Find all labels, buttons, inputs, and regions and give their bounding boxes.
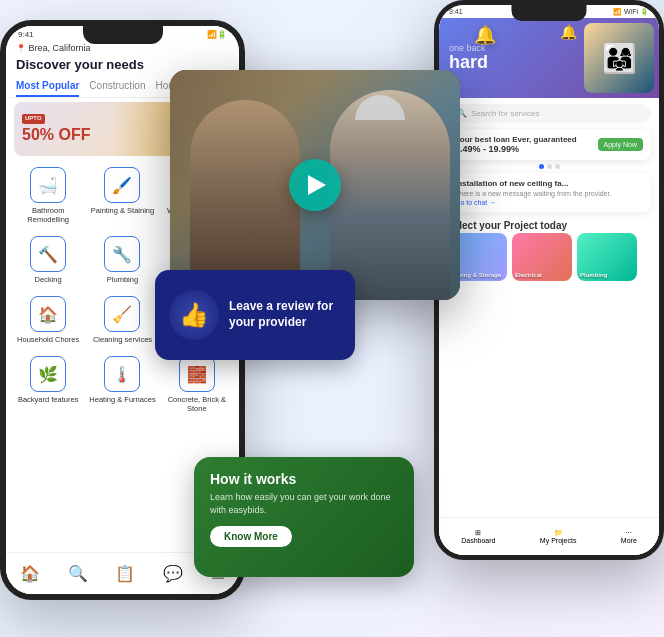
project-label-2: Plumbing: [580, 272, 607, 278]
carousel-dots: [439, 164, 659, 169]
discount-value: 50% OFF: [22, 125, 90, 146]
nav-clipboard[interactable]: 📋: [115, 564, 135, 583]
tab-construction[interactable]: Construction: [89, 76, 145, 97]
loan-card: Your best loan Ever, guaranteed 2.49% - …: [447, 129, 651, 160]
dot-3: [555, 164, 560, 169]
dot-2: [547, 164, 552, 169]
tab-most-popular[interactable]: Most Popular: [16, 76, 79, 97]
select-project-title: Select your Project today: [439, 216, 659, 233]
notification-body: There is a new message waiting from the …: [455, 190, 643, 197]
nav-search[interactable]: 🔍: [68, 564, 88, 583]
service-concrete[interactable]: 🧱 Concrete, Brick & Stone: [161, 351, 233, 418]
more-icon: ⋯: [621, 529, 637, 537]
bathroom-label: Bathroom Remodelling: [15, 206, 81, 224]
loan-rate: 2.49% - 19.99%: [455, 144, 577, 154]
project-electrical[interactable]: Electrical: [512, 233, 572, 281]
thumbs-up-icon: 👍: [169, 290, 219, 340]
service-backyard[interactable]: 🌿 Backyard features: [12, 351, 84, 418]
notification-card: Installation of new ceiling fa... There …: [447, 173, 651, 212]
hero-text: one back hard: [449, 43, 488, 73]
dashboard-icon: ⊞: [461, 529, 495, 537]
decking-label: Decking: [35, 275, 62, 284]
project-plumbing[interactable]: Plumbing: [577, 233, 637, 281]
bathroom-icon: 🛁: [30, 167, 66, 203]
dot-1: [539, 164, 544, 169]
painting-icon: 🖌️: [104, 167, 140, 203]
video-card: [170, 70, 460, 300]
projects-icon: 📁: [540, 529, 577, 537]
service-plumbing[interactable]: 🔧 Plumbing: [86, 231, 158, 289]
nav-more[interactable]: ⋯ More: [621, 529, 637, 544]
status-time-left: 9:41: [18, 30, 34, 39]
know-more-button[interactable]: Know More: [210, 526, 292, 547]
nav-chat[interactable]: 💬: [163, 564, 183, 583]
household-label: Household Chores: [17, 335, 79, 344]
household-icon: 🏠: [30, 296, 66, 332]
plumbing-label: Plumbing: [107, 275, 138, 284]
nav-dashboard[interactable]: ⊞ Dashboard: [461, 529, 495, 544]
cleaning-icon: 🧹: [104, 296, 140, 332]
backyard-icon: 🌿: [30, 356, 66, 392]
heating-label: Heating & Furnaces: [89, 395, 155, 404]
phone-right-screen: 9:41 📶 WiFi 🔋 one back hard 👨‍👩‍👧 🔔 🔍 Se…: [439, 5, 659, 555]
service-painting[interactable]: 🖌️ Painting & Staining: [86, 162, 158, 229]
notification-link[interactable]: Go to chat →: [455, 199, 643, 206]
project-cards-row: Moving & Storage Electrical Plumbing: [439, 233, 659, 281]
bell-emoji: 🔔: [474, 25, 496, 45]
bottom-nav-right: ⊞ Dashboard 📁 My Projects ⋯ More: [439, 517, 659, 555]
how-subtitle: Learn how easily you can get your work d…: [210, 491, 398, 516]
nav-home[interactable]: 🏠: [20, 564, 40, 583]
play-button[interactable]: [289, 159, 341, 211]
heating-icon: 🌡️: [104, 356, 140, 392]
service-decking[interactable]: 🔨 Decking: [12, 231, 84, 289]
review-text: Leave a review for your provider: [229, 299, 341, 330]
discount-text: UPTO 50% OFF: [22, 113, 90, 146]
more-label: More: [621, 537, 637, 544]
service-bathroom[interactable]: 🛁 Bathroom Remodelling: [12, 162, 84, 229]
play-icon: [308, 175, 326, 195]
hero-section: one back hard 👨‍👩‍👧 🔔: [439, 18, 659, 98]
backyard-label: Backyard features: [18, 395, 78, 404]
loan-info: Your best loan Ever, guaranteed 2.49% - …: [455, 135, 577, 154]
phone-right: 9:41 📶 WiFi 🔋 one back hard 👨‍👩‍👧 🔔 🔍 Se…: [434, 0, 664, 560]
location-text: Brea, California: [29, 43, 91, 53]
decking-icon: 🔨: [30, 236, 66, 272]
upto-label: UPTO: [22, 114, 45, 124]
how-title: How it works: [210, 471, 398, 487]
nav-my-projects[interactable]: 📁 My Projects: [540, 529, 577, 544]
apply-now-button[interactable]: Apply Now: [598, 138, 643, 151]
concrete-label: Concrete, Brick & Stone: [164, 395, 230, 413]
project-label-1: Electrical: [515, 272, 542, 278]
projects-label: My Projects: [540, 537, 577, 544]
search-bar-right[interactable]: 🔍 Search for services: [447, 104, 651, 123]
service-heating[interactable]: 🌡️ Heating & Furnaces: [86, 351, 158, 418]
video-background: [170, 70, 460, 300]
service-cleaning[interactable]: 🧹 Cleaning services: [86, 291, 158, 349]
hero-image: 👨‍👩‍👧: [584, 23, 654, 93]
family-icon: 👨‍👩‍👧: [602, 42, 637, 75]
how-it-works-card: How it works Learn how easily you can ge…: [194, 457, 414, 577]
bell-icon: 🔔: [474, 24, 496, 46]
review-card: 👍 Leave a review for your provider: [155, 270, 355, 360]
hero-bell-icon[interactable]: 🔔: [560, 24, 577, 40]
loan-title: Your best loan Ever, guaranteed: [455, 135, 577, 144]
status-icons-left: 📶🔋: [207, 30, 227, 39]
time-right: 9:41: [449, 8, 463, 16]
search-placeholder: Search for services: [471, 109, 539, 118]
painting-label: Painting & Staining: [91, 206, 154, 215]
phone-left-notch: [83, 26, 163, 44]
phone-right-notch: [512, 5, 587, 21]
dashboard-label: Dashboard: [461, 537, 495, 544]
status-icons-right: 📶 WiFi 🔋: [613, 8, 649, 16]
notification-title: Installation of new ceiling fa...: [455, 179, 643, 188]
concrete-icon: 🧱: [179, 356, 215, 392]
service-household[interactable]: 🏠 Household Chores: [12, 291, 84, 349]
plumbing-icon: 🔧: [104, 236, 140, 272]
cleaning-label: Cleaning services: [93, 335, 152, 344]
